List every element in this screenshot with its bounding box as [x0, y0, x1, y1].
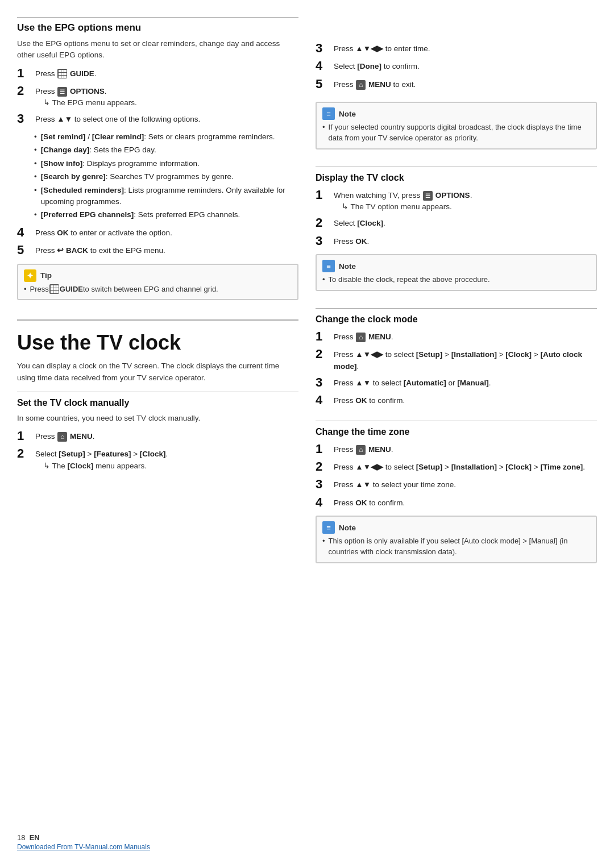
epg-steps-4-5: 4 Press OK to enter or activate the opti… [17, 225, 298, 258]
set-clock-body: In some countries, you need to set TV cl… [17, 413, 298, 424]
change-time-zone-section: Change the time zone 1 Press ⌂ MENU. 2 P… [316, 413, 597, 572]
note-1-label: Note [339, 110, 356, 118]
note-display-clock-icon: ≡ [322, 260, 335, 272]
change-clock-mode-section: Change the clock mode 1 Press ⌂ MENU. 2 … [316, 300, 597, 413]
step-1-content: Press [35, 66, 298, 80]
bullet-4: [Search by genre]: Searches TV programme… [34, 171, 298, 182]
continued-steps: 3 Press ▲▼◀▶ to enter time. 4 Select [Do… [316, 41, 597, 96]
ccm-step-num-4: 4 [316, 393, 331, 408]
epg-bullets: [Set remind] / [Clear remind]: Sets or c… [34, 131, 298, 221]
cont-step-4: 4 Select [Done] to confirm. [316, 59, 597, 73]
display-clock-section: Display the TV clock 1 When watching TV,… [316, 159, 597, 300]
step-num-3: 3 [17, 111, 33, 126]
change-clock-mode-steps: 1 Press ⌂ MENU. 2 Press ▲▼◀▶ to select [… [316, 329, 597, 408]
grid-icon-tip [49, 284, 59, 294]
bullet-3: [Show info]: Displays programme informat… [34, 158, 298, 169]
ccm-step-4: 4 Press OK to confirm. [316, 393, 597, 408]
ctz-step-num-4: 4 [316, 495, 331, 510]
note-ctz-bullet-1: This option is only available if you sel… [322, 536, 590, 558]
note-box-1: ≡ Note If your selected country supports… [316, 102, 597, 149]
set-clock-step-2-sub: ↳ The [Clock] menu appears. [35, 460, 298, 472]
step-num-5: 5 [17, 243, 33, 258]
ccm-step-num-2: 2 [316, 347, 331, 362]
cont-steps-list: 3 Press ▲▼◀▶ to enter time. 4 Select [Do… [316, 41, 597, 92]
step-3-content: Press ▲▼ to select one of the following … [35, 111, 298, 125]
cont-step-4-content: Select [Done] to confirm. [334, 59, 597, 72]
epg-step-3: 3 Press ▲▼ to select one of the followin… [17, 111, 298, 126]
set-clock-step-num-2: 2 [17, 446, 33, 461]
bullet-5: [Scheduled reminders]: Lists programme r… [34, 185, 298, 207]
page-number: 18 EN [17, 833, 40, 842]
tip-label: Tip [40, 271, 52, 280]
tip-box: ✦ Tip Press [17, 264, 298, 301]
display-clock-step-2-content: Select [Clock]. [334, 215, 597, 229]
tv-clock-section: Use the TV clock You can display a clock… [17, 309, 298, 476]
note-ctz-label: Note [339, 524, 356, 532]
epg-section-title: Use the EPG options menu [17, 22, 298, 34]
footer-link[interactable]: Downloaded From TV-Manual.com Manuals [17, 843, 150, 851]
epg-section: Use the EPG options menu Use the EPG opt… [17, 17, 298, 309]
cont-step-num-5: 5 [316, 77, 331, 92]
note-box-display-clock: ≡ Note To disable the clock, repeat the … [316, 254, 597, 291]
bullet-1: [Set remind] / [Clear remind]: Sets or c… [34, 131, 298, 143]
display-clock-step-num-1: 1 [316, 188, 331, 202]
tv-clock-title: Use the TV clock [17, 319, 298, 355]
ccm-step-1: 1 Press ⌂ MENU. [316, 329, 597, 344]
display-clock-step-2: 2 Select [Clock]. [316, 215, 597, 230]
display-clock-step-1-sub: ↳ The TV option menu appears. [334, 201, 597, 213]
display-clock-step-num-2: 2 [316, 215, 331, 230]
set-clock-step-1: 1 Press ⌂ MENU. [17, 429, 298, 443]
note-1-bullets: If your selected country supports digita… [322, 122, 590, 144]
step-num-1: 1 [17, 66, 33, 81]
epg-step-5: 5 Press ↩ BACK to exit the EPG menu. [17, 243, 298, 258]
ctz-step-num-3: 3 [316, 477, 331, 492]
ctz-step-2: 2 Press ▲▼◀▶ to select [Setup] > [Instal… [316, 459, 597, 474]
set-clock-subtitle: Set the TV clock manually [17, 392, 298, 408]
page-footer-area: 18 EN Downloaded From TV-Manual.com Manu… [17, 816, 298, 851]
set-clock-steps: 1 Press ⌂ MENU. 2 Select [Setup] > [Feat… [17, 429, 298, 472]
set-clock-subsection: Set the TV clock manually In some countr… [17, 392, 298, 472]
home-icon-ctz: ⌂ [356, 445, 366, 455]
display-clock-step-3: 3 Press OK. [316, 234, 597, 248]
step-5-content: Press ↩ BACK to exit the EPG menu. [35, 243, 298, 256]
note-display-clock-bullet-1: To disable the clock, repeat the above p… [322, 275, 590, 285]
ccm-step-2: 2 Press ▲▼◀▶ to select [Setup] > [Instal… [316, 347, 597, 372]
tip-icon: ✦ [24, 269, 36, 282]
tip-header: ✦ Tip [24, 269, 292, 282]
step-4-content: Press OK to enter or activate the option… [35, 225, 298, 239]
epg-step-2: 2 Press ☰ OPTIONS. ↳ The EPG menu appear… [17, 84, 298, 109]
cont-step-5: 5 Press ⌂ MENU to exit. [316, 77, 597, 92]
epg-step-1: 1 Press [17, 66, 298, 81]
display-clock-step-1-content: When watching TV, press ☰ OPTIONS. ↳ The… [334, 188, 597, 213]
tv-clock-body: You can display a clock on the TV screen… [17, 360, 298, 384]
ctz-step-4: 4 Press OK to confirm. [316, 495, 597, 510]
ctz-step-1: 1 Press ⌂ MENU. [316, 442, 597, 456]
note-display-clock-label: Note [339, 262, 356, 271]
note-display-clock-header: ≡ Note [322, 260, 590, 272]
cont-step-3: 3 Press ▲▼◀▶ to enter time. [316, 41, 597, 56]
cont-step-5-content: Press ⌂ MENU to exit. [334, 77, 597, 90]
step-num-2: 2 [17, 84, 33, 98]
ccm-step-num-1: 1 [316, 329, 331, 344]
note-1-header: ≡ Note [322, 107, 590, 120]
epg-steps-list: 1 Press [17, 66, 298, 127]
cont-step-3-content: Press ▲▼◀▶ to enter time. [334, 41, 597, 55]
ctz-step-num-2: 2 [316, 459, 331, 474]
note-box-ctz: ≡ Note This option is only available if … [316, 516, 597, 563]
tip-bullets: Press [24, 284, 292, 295]
step-1-guide-label: GUIDE [70, 69, 94, 78]
left-column: Use the EPG options menu Use the EPG opt… [17, 17, 298, 851]
note-ctz-icon: ≡ [322, 521, 335, 534]
bullet-6: [Preferred EPG channels]: Sets preferred… [34, 209, 298, 221]
ctz-step-3: 3 Press ▲▼ to select your time zone. [316, 477, 597, 492]
note-display-clock-bullets: To disable the clock, repeat the above p… [322, 275, 590, 285]
set-clock-step-num-1: 1 [17, 429, 33, 443]
right-column: 3 Press ▲▼◀▶ to enter time. 4 Select [Do… [316, 17, 597, 851]
epg-step-4: 4 Press OK to enter or activate the opti… [17, 225, 298, 240]
step-2-options-label: OPTIONS [70, 87, 105, 95]
ccm-step-3-content: Press ▲▼ to select [Automatic] or [Manua… [334, 375, 597, 389]
options-icon-1: ☰ [57, 87, 67, 97]
display-clock-title: Display the TV clock [316, 167, 597, 183]
ccm-step-2-content: Press ▲▼◀▶ to select [Setup] > [Installa… [334, 347, 597, 372]
epg-body-text: Use the EPG options menu to set or clear… [17, 38, 298, 61]
